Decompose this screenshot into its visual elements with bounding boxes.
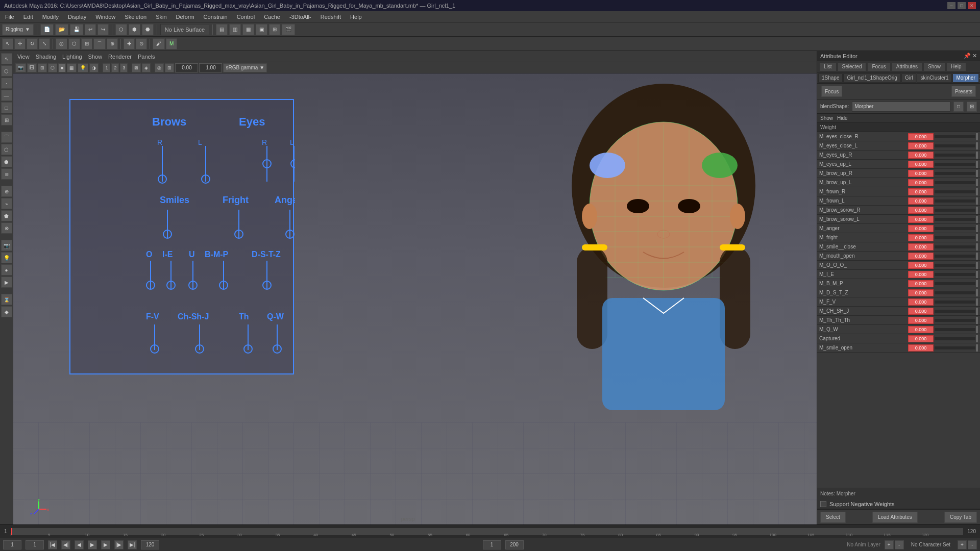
weight-slider[interactable] (935, 346, 975, 349)
weight-slider[interactable] (935, 135, 975, 138)
timeline-track[interactable]: 1 5 10 15 20 25 30 35 40 45 50 55 60 65 … (11, 528, 964, 535)
render2-btn[interactable]: ▶ (1, 277, 12, 288)
weight-value[interactable]: 0.000 (908, 188, 934, 195)
weight-value[interactable]: 0.000 (908, 289, 934, 296)
go-end-btn[interactable]: ▶| (128, 540, 137, 549)
menu-window[interactable]: Window (93, 13, 117, 21)
weight-slider[interactable] (935, 245, 975, 248)
weight-value[interactable]: 0.000 (908, 207, 934, 214)
paint2-btn[interactable]: 🖌 (153, 38, 165, 49)
weight-slider[interactable] (935, 310, 975, 313)
face-btn[interactable]: □ (1, 102, 12, 113)
weight-value[interactable]: 0.000 (908, 243, 934, 251)
weight-value[interactable]: 0.000 (908, 179, 934, 186)
weight-slider[interactable] (935, 300, 975, 304)
select-tool-btn[interactable]: ⬡ (115, 24, 127, 35)
uv-btn[interactable]: ⊞ (1, 114, 12, 126)
weight-slider[interactable] (935, 190, 975, 193)
weight-value[interactable]: 0.000 (908, 225, 934, 232)
shape-tab-morpher[interactable]: Morpher (952, 73, 978, 83)
shader-btn[interactable]: ● (1, 264, 12, 276)
new-scene-btn[interactable]: 📄 (40, 24, 54, 35)
weight-value[interactable]: 0.000 (908, 197, 934, 205)
rotate-btn[interactable]: ↻ (27, 38, 38, 49)
weight-slider[interactable] (935, 236, 975, 239)
object-mode-btn[interactable]: ↖ (1, 53, 12, 64)
char-set-btn2[interactable]: - (968, 540, 977, 549)
vp-res-btn[interactable]: ⊠ (132, 63, 141, 72)
shape-tab-girl[interactable]: Girl (901, 73, 917, 83)
menu-cache[interactable]: Cache (262, 13, 282, 21)
vp-lighting-menu[interactable]: Lighting (62, 54, 82, 60)
weight-slider[interactable] (935, 255, 975, 258)
mode-dropdown[interactable]: Rigging ▼ (2, 24, 34, 35)
weight-slider[interactable] (935, 209, 975, 212)
vp-camera-btn[interactable]: 📷 (15, 63, 26, 72)
menu-3dto[interactable]: -3DtoAll- (287, 13, 313, 21)
weight-slider[interactable] (935, 144, 975, 147)
range-start-input[interactable] (483, 540, 501, 549)
weight-value[interactable]: 0.000 (908, 280, 934, 287)
ik-btn[interactable]: ⌁ (1, 198, 12, 209)
skin-btn[interactable]: ⬟ (1, 210, 12, 221)
layout-btn1[interactable]: ▤ (216, 24, 228, 35)
weight-value[interactable]: 0.000 (908, 298, 934, 306)
vp-isolate-btn[interactable]: ◎ (155, 63, 164, 72)
weight-slider[interactable] (935, 264, 975, 267)
constraint-btn[interactable]: ⊗ (1, 222, 12, 234)
hide-link[interactable]: Hide (837, 115, 848, 121)
vp-display2[interactable]: 2 (111, 63, 119, 72)
weight-slider[interactable] (935, 199, 975, 203)
curve-btn[interactable]: ⌒ (1, 132, 12, 143)
attr-pin-btn[interactable]: 📌 (964, 53, 971, 59)
vertex-btn[interactable]: · (1, 78, 12, 89)
vp-shading-menu[interactable]: Shading (36, 54, 56, 60)
weight-slider[interactable] (935, 227, 975, 230)
menu-constrain[interactable]: Constrain (202, 13, 230, 21)
select-btn[interactable]: Select (820, 512, 846, 523)
copy-tab-btn[interactable]: Copy Tab (944, 512, 977, 523)
redo-btn[interactable]: ↪ (97, 24, 109, 35)
vp-view-menu[interactable]: View (17, 54, 30, 60)
minimize-btn[interactable]: – (947, 2, 955, 9)
vp-film-btn[interactable]: 🎞 (27, 63, 37, 72)
weight-value[interactable]: 0.000 (908, 216, 934, 223)
layout-btn5[interactable]: ⊞ (269, 24, 280, 35)
select-btn[interactable]: ↖ (2, 38, 13, 49)
weight-value[interactable]: 0.000 (908, 335, 934, 342)
current-frame-input[interactable] (3, 540, 21, 549)
snap-point-btn[interactable]: ⊕ (107, 38, 118, 49)
weight-value[interactable]: 0.000 (908, 253, 934, 260)
surface-btn[interactable]: ⬢ (1, 156, 12, 167)
menu-file[interactable]: File (3, 13, 16, 21)
weight-value[interactable]: 0.000 (908, 133, 934, 140)
weight-value[interactable]: 0.000 (908, 308, 934, 315)
menu-edit[interactable]: Edit (21, 13, 35, 21)
weight-value[interactable]: 0.000 (908, 170, 934, 177)
char-set-btn1[interactable]: + (958, 540, 967, 549)
frame-start-input[interactable] (26, 540, 44, 549)
weight-value[interactable]: 0.000 (908, 271, 934, 278)
anim-btn[interactable]: ⌛ (1, 294, 12, 305)
menu-skin[interactable]: Skin (154, 13, 168, 21)
vp-shaded-btn[interactable]: ■ (58, 63, 66, 72)
pivot-btn[interactable]: ⊙ (136, 38, 147, 49)
weight-value[interactable]: 0.000 (908, 326, 934, 333)
weight-slider[interactable] (935, 328, 975, 331)
menu-redshift[interactable]: Redshift (318, 13, 343, 21)
menu-control[interactable]: Control (235, 13, 257, 21)
weight-slider[interactable] (935, 319, 975, 322)
weight-slider[interactable] (935, 273, 975, 276)
open-btn[interactable]: 📂 (55, 24, 68, 35)
layout-btn2[interactable]: ▥ (229, 24, 241, 35)
snap-grid-btn[interactable]: ⊞ (81, 38, 92, 49)
support-neg-checkbox[interactable] (820, 501, 826, 507)
shape-tab-orig[interactable]: Girl_ncl1_1ShapeOrig (843, 73, 900, 83)
vp-textured-btn[interactable]: ▦ (67, 63, 77, 72)
blend-shape-btn1[interactable]: □ (953, 102, 964, 112)
weight-value[interactable]: 0.000 (908, 142, 934, 149)
weight-slider[interactable] (935, 282, 975, 285)
attr-close-btn[interactable]: ✕ (972, 53, 977, 59)
edge-btn[interactable]: — (1, 90, 12, 101)
menu-display[interactable]: Display (66, 13, 88, 21)
